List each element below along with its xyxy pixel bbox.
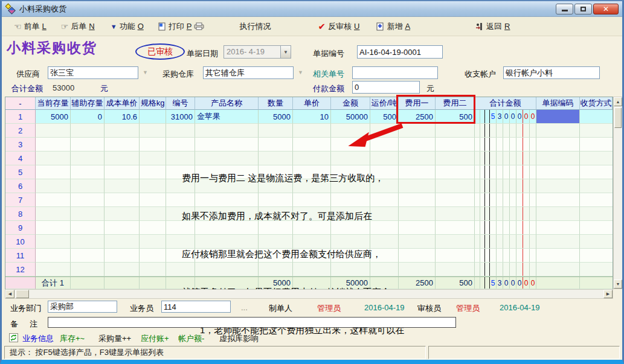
empty-cell[interactable] bbox=[399, 235, 436, 249]
row-number[interactable]: 12 bbox=[5, 263, 36, 276]
empty-cell[interactable] bbox=[370, 165, 399, 179]
empty-cell[interactable] bbox=[399, 179, 436, 193]
empty-cell[interactable] bbox=[71, 138, 105, 152]
cell-receive-mode[interactable] bbox=[580, 110, 613, 124]
cell-amount-digits[interactable]: 5300000 bbox=[475, 110, 536, 124]
vertical-scrollbar[interactable]: ▲ ▼ bbox=[613, 97, 623, 289]
row-number[interactable]: 11 bbox=[5, 249, 36, 263]
empty-cell[interactable] bbox=[71, 263, 105, 276]
empty-cell[interactable] bbox=[140, 165, 166, 179]
empty-cell[interactable] bbox=[536, 179, 580, 193]
empty-cell[interactable] bbox=[71, 152, 105, 165]
empty-cell[interactable] bbox=[195, 179, 259, 193]
warehouse-input[interactable] bbox=[203, 66, 294, 79]
empty-cell[interactable] bbox=[331, 221, 370, 235]
empty-cell[interactable] bbox=[536, 165, 580, 179]
clerk-more-button[interactable]: ... bbox=[241, 303, 248, 312]
empty-cell[interactable] bbox=[71, 207, 105, 221]
empty-cell[interactable] bbox=[370, 193, 399, 207]
scroll-left-button[interactable]: ◀ bbox=[5, 290, 14, 298]
empty-cell[interactable] bbox=[580, 124, 613, 138]
empty-cell[interactable] bbox=[166, 193, 195, 207]
col-header-doc-code[interactable]: 单据编码 bbox=[536, 97, 580, 110]
table-row[interactable]: 8 bbox=[5, 207, 613, 221]
empty-cell[interactable] bbox=[195, 263, 259, 276]
empty-cell[interactable] bbox=[580, 138, 613, 152]
empty-cell[interactable] bbox=[293, 193, 331, 207]
empty-cell[interactable] bbox=[580, 179, 613, 193]
empty-cell[interactable] bbox=[166, 235, 195, 249]
scroll-up-button[interactable]: ▲ bbox=[614, 97, 622, 106]
empty-cell[interactable] bbox=[536, 235, 580, 249]
empty-digit-cell[interactable] bbox=[475, 138, 536, 152]
empty-cell[interactable] bbox=[105, 124, 140, 138]
empty-cell[interactable] bbox=[259, 221, 293, 235]
scroll-down-button[interactable]: ▼ bbox=[614, 279, 622, 289]
empty-digit-cell[interactable] bbox=[475, 165, 536, 179]
empty-cell[interactable] bbox=[36, 138, 71, 152]
empty-cell[interactable] bbox=[36, 179, 71, 193]
scroll-right-button[interactable]: ▶ bbox=[603, 290, 613, 298]
empty-cell[interactable] bbox=[195, 221, 259, 235]
empty-cell[interactable] bbox=[436, 207, 475, 221]
account-input[interactable] bbox=[503, 66, 600, 79]
empty-digit-cell[interactable] bbox=[475, 221, 536, 235]
col-header-aux-stock[interactable]: 辅助存量 bbox=[71, 97, 105, 110]
empty-cell[interactable] bbox=[259, 207, 293, 221]
cell-code[interactable]: 31000 bbox=[166, 110, 195, 124]
table-row[interactable]: 6 bbox=[5, 179, 613, 193]
empty-cell[interactable] bbox=[370, 179, 399, 193]
next-doc-button[interactable]: ☞ 后单N bbox=[57, 19, 98, 34]
empty-cell[interactable] bbox=[436, 263, 475, 276]
empty-cell[interactable] bbox=[166, 138, 195, 152]
empty-cell[interactable] bbox=[436, 193, 475, 207]
table-row[interactable]: 7 bbox=[5, 193, 613, 207]
empty-cell[interactable] bbox=[370, 249, 399, 263]
empty-cell[interactable] bbox=[580, 165, 613, 179]
empty-cell[interactable] bbox=[195, 249, 259, 263]
col-header-receive-mode[interactable]: 收货方式 bbox=[580, 97, 613, 110]
account-balance-link[interactable]: 帐户额- bbox=[178, 333, 204, 344]
col-header-qty[interactable]: 数量 bbox=[259, 97, 293, 110]
empty-cell[interactable] bbox=[370, 221, 399, 235]
empty-cell[interactable] bbox=[36, 152, 71, 165]
empty-cell[interactable] bbox=[71, 193, 105, 207]
dept-input[interactable] bbox=[48, 301, 117, 313]
empty-cell[interactable] bbox=[293, 235, 331, 249]
empty-cell[interactable] bbox=[580, 263, 613, 276]
empty-cell[interactable] bbox=[293, 221, 331, 235]
empty-cell[interactable] bbox=[259, 124, 293, 138]
cell-doc-code-selected[interactable] bbox=[536, 110, 580, 124]
related-doc-input[interactable] bbox=[352, 66, 438, 79]
minimize-button[interactable] bbox=[556, 4, 573, 14]
empty-cell[interactable] bbox=[71, 165, 105, 179]
cell-qty[interactable]: 5000 bbox=[259, 110, 293, 124]
close-button[interactable]: ✕ bbox=[593, 4, 619, 14]
empty-cell[interactable] bbox=[293, 165, 331, 179]
clerk-input[interactable] bbox=[161, 301, 231, 313]
empty-digit-cell[interactable] bbox=[475, 152, 536, 165]
empty-cell[interactable] bbox=[140, 179, 166, 193]
empty-cell[interactable] bbox=[166, 207, 195, 221]
empty-cell[interactable] bbox=[293, 249, 331, 263]
table-row[interactable]: 4 bbox=[5, 152, 613, 165]
empty-cell[interactable] bbox=[140, 249, 166, 263]
empty-cell[interactable] bbox=[140, 138, 166, 152]
empty-cell[interactable] bbox=[331, 152, 370, 165]
empty-cell[interactable] bbox=[195, 235, 259, 249]
empty-cell[interactable] bbox=[71, 124, 105, 138]
empty-digit-cell[interactable] bbox=[475, 193, 536, 207]
empty-cell[interactable] bbox=[36, 249, 71, 263]
horizontal-scrollbar[interactable]: ◀ ▶ bbox=[5, 289, 613, 299]
date-combobox[interactable]: 2016- 4-19 ▼ bbox=[224, 45, 291, 59]
empty-cell[interactable] bbox=[536, 207, 580, 221]
supplier-dropdown-icon[interactable]: ▼ bbox=[143, 69, 148, 75]
empty-cell[interactable] bbox=[36, 207, 71, 221]
empty-cell[interactable] bbox=[331, 179, 370, 193]
empty-cell[interactable] bbox=[580, 207, 613, 221]
row-number[interactable]: 3 bbox=[5, 138, 36, 152]
empty-digit-cell[interactable] bbox=[475, 207, 536, 221]
empty-cell[interactable] bbox=[195, 152, 259, 165]
empty-cell[interactable] bbox=[436, 124, 475, 138]
empty-cell[interactable] bbox=[293, 179, 331, 193]
